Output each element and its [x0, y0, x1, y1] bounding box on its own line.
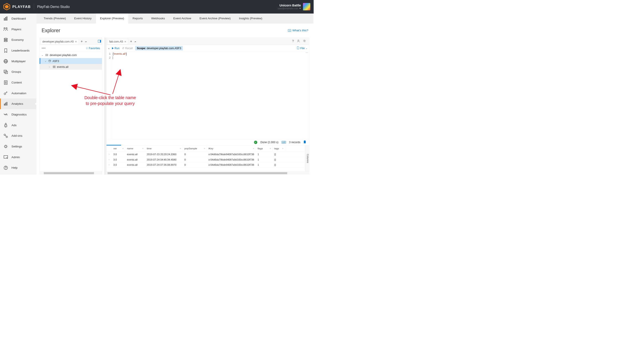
chevron-down-icon: ⌄ [45, 60, 47, 62]
column-header-time[interactable]: time≡ [145, 145, 183, 152]
sort-icon: ≡ [282, 147, 283, 150]
user-title: Unicorn Battle [278, 4, 301, 7]
close-icon[interactable]: ✕ [75, 40, 77, 43]
help-icon[interactable]: ? [292, 39, 294, 43]
favorites-button[interactable]: ☆ Favorites [86, 46, 100, 50]
table-row[interactable]: ›3.0events.all2019-07-24 04:45:34.45800o… [106, 157, 305, 162]
tree-table[interactable]: › events.all [40, 64, 102, 70]
brand-text: PLAYFAB [12, 5, 31, 9]
scrollbar-horizontal[interactable] [106, 171, 309, 175]
user-menu[interactable]: Unicorn Battle user@example.com [278, 4, 301, 10]
run-button[interactable]: Run [112, 46, 120, 50]
query-editor[interactable]: 12 ['events.all'] [106, 51, 309, 139]
sidebar-item-admin[interactable]: Admin [0, 152, 36, 163]
svg-point-25 [6, 136, 8, 138]
whats-this-link[interactable]: What's this? [288, 29, 308, 32]
sidebar-item-automation[interactable]: Automation [0, 88, 36, 99]
chevron-down-icon[interactable]: ⌄ [134, 39, 136, 43]
column-header-tags[interactable]: tags≡ [273, 145, 285, 152]
page-title: Explorer [42, 27, 60, 33]
avatar[interactable] [303, 3, 310, 10]
table-row[interactable]: ›3.0events.all2019-07-24 07:35:08.89700o… [106, 162, 305, 167]
sidebar-item-leaderboards[interactable]: Leaderboards [0, 45, 36, 56]
tab-webhooks[interactable]: Webhooks [147, 13, 169, 23]
svg-point-40 [304, 40, 305, 41]
svg-rect-22 [7, 102, 7, 106]
recall-button[interactable]: ↺ Recall [122, 46, 133, 50]
scope-selector[interactable]: Scope: developer.playfab.com.A5F3 [135, 46, 183, 50]
tab-insights-preview-[interactable]: Insights (Preview) [235, 13, 266, 23]
sidebar-item-add-ons[interactable]: Add-ons [0, 130, 36, 141]
svg-rect-2 [4, 18, 5, 20]
book-icon [288, 29, 291, 32]
svg-point-7 [4, 38, 8, 39]
svg-rect-20 [4, 104, 5, 106]
chevron-down-icon: ⌄ [306, 47, 308, 49]
scrollbar-horizontal[interactable] [40, 171, 102, 175]
table-row[interactable]: ›3.0events.all2019-07-23 20:20:24.33600o… [106, 152, 305, 157]
sort-icon: ≡ [180, 147, 181, 150]
sidebar-item-dashboard[interactable]: Dashboard [0, 13, 36, 24]
tab-event-archive[interactable]: Event Archive [169, 13, 195, 23]
tab-event-archive-preview-[interactable]: Event Archive (Preview) [195, 13, 235, 23]
svg-rect-3 [5, 17, 6, 20]
collapse-icon[interactable]: « [108, 47, 110, 50]
expand-icon[interactable]: › [106, 164, 112, 166]
svg-rect-34 [53, 66, 56, 68]
connection-tab[interactable]: developer.playfab.com.A5 ✕ [40, 39, 78, 44]
connection-pane: developer.playfab.com.A5 ✕ + ⌄ ••• ☆ Fav… [40, 37, 102, 175]
players-icon [3, 27, 8, 32]
automation-icon [3, 90, 8, 96]
chevron-down-icon[interactable]: ⌄ [85, 39, 87, 43]
sort-icon: ≡ [253, 147, 254, 150]
clipboard-icon[interactable] [304, 140, 306, 144]
sidebar-item-help[interactable]: Help [0, 162, 36, 173]
svg-point-27 [5, 145, 7, 147]
tree-database[interactable]: ⌄ A5F3 [40, 58, 102, 64]
tab-explorer-preview-[interactable]: Explorer (Preview) [96, 13, 128, 23]
close-icon[interactable]: ✕ [124, 40, 126, 43]
sort-icon: ≡ [204, 147, 205, 150]
expand-icon[interactable]: › [106, 158, 112, 161]
column-header-iKey[interactable]: iKey≡ [207, 145, 256, 152]
schema-tree: ⌄ developer.playfab.com ⌄ A5F3 › events.… [40, 51, 102, 171]
add-tab-button[interactable]: + [81, 39, 83, 43]
sidebar-item-players[interactable]: Players [0, 24, 36, 35]
columns-panel-toggle[interactable]: Columns [305, 145, 309, 171]
dashboard-icon [3, 16, 8, 21]
sidebar-item-ads[interactable]: Ads [0, 120, 36, 131]
logo[interactable]: PLAYFAB [3, 3, 31, 10]
svg-rect-42 [304, 141, 305, 141]
feedback-icon[interactable] [297, 39, 300, 43]
query-tab[interactable]: fab.com.A5 ✕ [108, 39, 128, 44]
analytics-icon [3, 101, 8, 106]
sidebar-item-groups[interactable]: Groups [0, 67, 36, 77]
tab-trends-preview-[interactable]: Trends (Preview) [40, 13, 70, 23]
sidebar-item-diagnostics[interactable]: Diagnostics [0, 109, 36, 120]
sidebar-item-analytics[interactable]: Analytics [0, 98, 36, 109]
scrollbar-vertical[interactable] [104, 37, 106, 175]
tab-event-history[interactable]: Event History [70, 13, 96, 23]
svg-rect-14 [5, 71, 8, 74]
sidebar-item-multiplayer[interactable]: Multiplayer [0, 56, 36, 67]
sidebar-item-settings[interactable]: Settings [0, 141, 36, 152]
add-tab-button[interactable]: + [130, 39, 132, 43]
top-bar: PLAYFAB PlayFab Demo Studio Unicorn Batt… [0, 0, 314, 13]
column-header-ver[interactable]: ver≡ [112, 145, 125, 152]
sidebar-item-economy[interactable]: Economy [0, 35, 36, 45]
sort-icon: ≡ [142, 147, 144, 150]
ads-icon [3, 122, 8, 128]
studio-name[interactable]: PlayFab Demo Studio [37, 5, 70, 8]
settings-icon[interactable] [303, 39, 306, 43]
tree-cluster[interactable]: ⌄ developer.playfab.com [40, 52, 102, 58]
column-header-name[interactable]: name≡ [125, 145, 145, 152]
expand-icon[interactable]: › [106, 153, 112, 156]
sidebar-item-content[interactable]: Content [0, 77, 36, 88]
play-icon [112, 47, 114, 49]
more-icon[interactable]: ••• [42, 46, 46, 50]
panel-right-icon[interactable] [98, 40, 101, 43]
column-header-flags[interactable]: flags≡ [256, 145, 273, 152]
file-menu[interactable]: File ⌄ [297, 46, 308, 50]
column-header-popSample[interactable]: popSample≡ [183, 145, 207, 152]
tab-reports[interactable]: Reports [128, 13, 147, 23]
